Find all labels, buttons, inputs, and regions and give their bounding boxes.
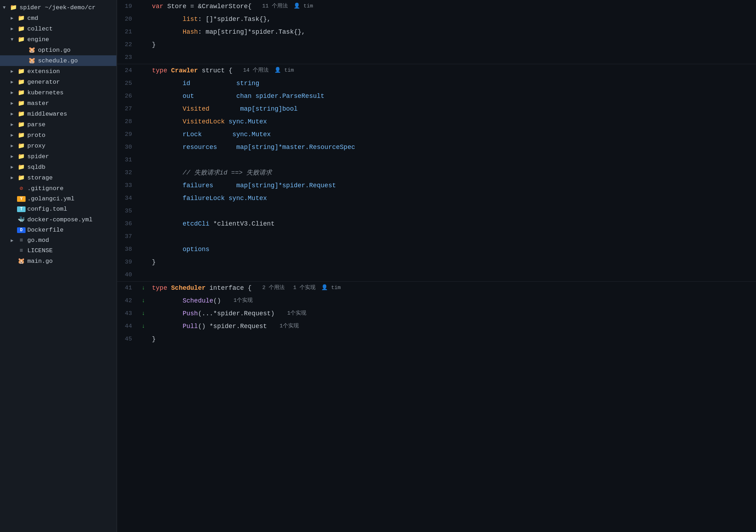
sidebar-label-golangci: .golangci.yml [27, 195, 75, 202]
code-plain [152, 294, 182, 307]
sidebar-item-license[interactable]: ≡ LICENSE [0, 245, 116, 256]
code-plain [194, 90, 236, 102]
sidebar-item-kubernetes[interactable]: ▶ 📁 kubernetes [0, 87, 116, 98]
sidebar-item-cmd[interactable]: ▶ 📁 cmd [0, 13, 116, 23]
code-plain [225, 192, 229, 205]
code-line-41: 41 ↓ type Scheduler interface { 2 个用法 1 … [117, 282, 756, 294]
line-gutter [138, 205, 148, 217]
field-options: options [182, 243, 209, 256]
sidebar-label-dockerfile: Dockerfile [27, 227, 64, 233]
line-gutter [138, 166, 148, 179]
sidebar-item-sqldb[interactable]: ▶ 📁 sqldb [0, 162, 116, 172]
code-line-44: 44 ↓ Pull () *spider.Request 1个实现 [117, 320, 756, 333]
line-content: etcdCli *clientV3.Client [148, 217, 756, 230]
code-area: 19 var Store = &CrawlerStore{ 11 个用法 👤 t… [117, 0, 756, 532]
type-sync-mutex2: sync.Mutex [232, 128, 271, 141]
sidebar-item-proxy[interactable]: ▶ 📁 proxy [0, 140, 116, 151]
code-line-35: 35 [117, 205, 756, 217]
line-gutter: ↓ [138, 294, 148, 307]
sidebar-item-docker-compose[interactable]: 🐳 docker-compose.yml [0, 214, 116, 225]
code-line-23: 23 [117, 51, 756, 64]
code-comment: // 失败请求id ==> 失败请求 [182, 166, 272, 179]
sidebar-item-parse[interactable]: ▶ 📁 parse [0, 119, 116, 130]
sidebar-item-master[interactable]: ▶ 📁 master [0, 98, 116, 109]
field-name: Hash [182, 26, 198, 38]
line-number: 22 [117, 38, 138, 51]
code-plain [213, 179, 236, 192]
sidebar-item-extension[interactable]: ▶ 📁 extension [0, 66, 116, 77]
line-content: out chan spider.ParseResult [148, 90, 756, 102]
sidebar-item-storage[interactable]: ▶ 📁 storage [0, 172, 116, 183]
go-file-icon: 🐹 [28, 46, 36, 54]
sidebar-item-config-toml[interactable]: T config.toml [0, 204, 116, 214]
line-number: 20 [117, 13, 138, 26]
code-line-45: 45 } [117, 333, 756, 345]
line-gutter [138, 0, 148, 13]
sidebar-item-dockerfile[interactable]: D Dockerfile [0, 225, 116, 235]
type-chan: chan spider.ParseResult [236, 90, 324, 102]
line-number: 45 [117, 333, 138, 345]
sidebar-item-proto[interactable]: ▶ 📁 proto [0, 130, 116, 140]
sidebar-item-schedule-go[interactable]: 🐹 schedule.go [0, 55, 116, 66]
sidebar-item-spider[interactable]: ▶ 📁 spider [0, 151, 116, 162]
code-plain [152, 179, 182, 192]
sidebar-item-main-go[interactable]: 🐹 main.go [0, 256, 116, 266]
line-content: VisitedLock sync.Mutex [148, 115, 756, 128]
gutter-icon-42: ↓ [142, 294, 145, 307]
field-name: list [182, 13, 198, 26]
chevron-right-icon: ▶ [11, 238, 17, 243]
line-gutter [138, 128, 148, 141]
sidebar-root[interactable]: ▼ 📁 spider ~/jeek-demo/cr [0, 2, 116, 13]
sidebar-item-collect[interactable]: ▶ 📁 collect [0, 23, 116, 34]
code-plain [152, 102, 182, 115]
field-failures: failures [182, 179, 213, 192]
impl-2: 1个实现 [287, 307, 306, 320]
sidebar-label-master: master [27, 100, 49, 107]
sidebar-item-middlewares[interactable]: ▶ 📁 middlewares [0, 109, 116, 119]
sidebar-item-engine[interactable]: ▼ 📁 engine [0, 34, 116, 45]
sidebar-item-go-mod[interactable]: ▶ ≡ go.mod [0, 235, 116, 245]
sidebar-item-option-go[interactable]: 🐹 option.go [0, 45, 116, 55]
chevron-right-icon: ▶ [11, 15, 17, 21]
folder-icon: 📁 [17, 153, 26, 160]
type-sync-mutex3: sync.Mutex [229, 192, 267, 205]
line-number: 37 [117, 230, 138, 243]
sidebar-label-spider: spider [27, 153, 49, 160]
type-name-scheduler: Scheduler [171, 282, 206, 294]
sidebar-label-collect: collect [27, 26, 53, 32]
line-number: 40 [117, 268, 138, 281]
line-number: 33 [117, 179, 138, 192]
code-line-29: 29 rLock sync.Mutex [117, 128, 756, 141]
method-push: Push [182, 307, 198, 320]
line-number: 23 [117, 51, 138, 64]
sidebar-item-golangci[interactable]: Y .golangci.yml [0, 194, 116, 204]
code-line-25: 25 id string [117, 77, 756, 90]
sidebar-label-cmd: cmd [27, 15, 38, 22]
chevron-right-icon: ▶ [11, 68, 17, 74]
line-content [148, 268, 756, 281]
folder-icon: 📁 [17, 142, 26, 149]
code-plain: interface { [206, 282, 252, 294]
sidebar-item-generator[interactable]: ▶ 📁 generator [0, 77, 116, 87]
author-label: 👤 tim [274, 64, 294, 77]
code-line-20: 20 list : []*spider.Task{}, [117, 13, 756, 26]
line-number: 19 [117, 0, 138, 13]
chevron-right-icon: ▶ [11, 164, 17, 170]
folder-icon: 📁 [17, 100, 26, 107]
line-gutter [138, 217, 148, 230]
folder-icon: 📁 [17, 174, 26, 181]
sidebar-item-gitignore[interactable]: ⊘ .gitignore [0, 183, 116, 194]
line-gutter [138, 51, 148, 64]
code-line-26: 26 out chan spider.ParseResult [117, 90, 756, 102]
author-label: 👤 tim [294, 0, 313, 13]
code-plain [202, 128, 232, 141]
code-line-34: 34 failureLock sync.Mutex [117, 192, 756, 205]
sidebar-label-parse: parse [27, 121, 45, 128]
chevron-right-icon: ▶ [11, 79, 17, 85]
field-out: out [182, 90, 194, 102]
code-line-30: 30 resources map[string]*master.Resource… [117, 141, 756, 154]
sidebar-label-generator: generator [27, 79, 60, 85]
line-content: list : []*spider.Task{}, [148, 13, 756, 26]
line-content [148, 205, 756, 217]
line-gutter [138, 256, 148, 268]
